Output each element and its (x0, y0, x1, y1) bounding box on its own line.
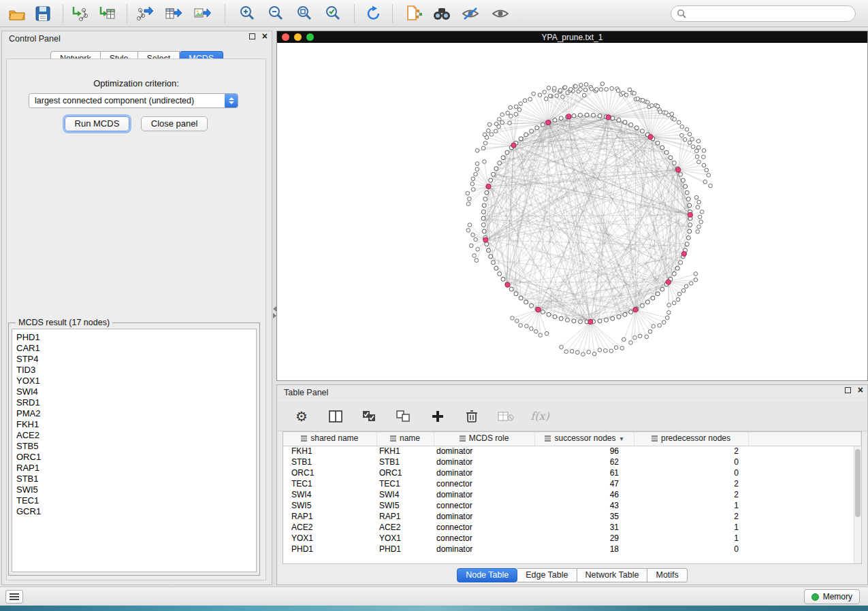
network-view-window: YPA_prune.txt_1 (276, 31, 868, 381)
tab-network-table[interactable]: Network Table (577, 568, 648, 582)
zoom-out-icon (267, 5, 285, 22)
export-table-button[interactable] (162, 3, 185, 24)
table-row[interactable]: SWI5SWI5connector431 (283, 500, 861, 511)
column-header-successor-nodes[interactable]: successor nodes▾ (534, 432, 634, 446)
mcds-result-item[interactable]: SWI4 (16, 386, 256, 397)
search-input[interactable] (690, 9, 850, 18)
delete-column-button[interactable] (462, 407, 481, 426)
mcds-result-item[interactable]: STB1 (16, 474, 256, 484)
tab-node-table[interactable]: Node Table (457, 568, 517, 582)
tab-edge-table[interactable]: Edge Table (517, 568, 577, 582)
tab-motifs[interactable]: Motifs (647, 568, 687, 582)
export-network-button[interactable] (133, 3, 157, 24)
table-row[interactable]: RAP1RAP1dominator352 (283, 511, 861, 522)
table-row[interactable]: ACE2ACE2connector311 (283, 522, 861, 533)
close-panel-button[interactable]: Close panel (141, 116, 208, 131)
table-row[interactable]: FKH1FKH1dominator962 (283, 446, 861, 457)
import-network-icon (71, 5, 89, 22)
mcds-result-item[interactable]: ORC1 (16, 452, 256, 463)
float-table-panel-icon[interactable] (845, 387, 851, 393)
clear-table-button-disabled (496, 407, 515, 426)
zoom-fit-button[interactable] (293, 3, 316, 24)
trash-icon (466, 410, 478, 423)
table-header-row: shared name name MCDS role successor nod… (283, 432, 861, 446)
table-panel-header: Table Panel × (277, 385, 867, 400)
toolbar-separator (354, 4, 355, 23)
refresh-icon (365, 5, 383, 22)
mcds-result-item[interactable]: RAP1 (16, 463, 256, 474)
mcds-result-item[interactable]: STP4 (16, 354, 256, 365)
mcds-result-item[interactable]: CAR1 (16, 343, 256, 354)
table-row[interactable]: SWI4SWI4dominator462 (283, 489, 861, 500)
toolbar-separator (127, 4, 127, 23)
column-header-name[interactable]: name (376, 432, 434, 446)
mcds-result-item[interactable]: ACE2 (16, 430, 256, 441)
search-box[interactable] (671, 5, 856, 22)
column-type-icon (390, 435, 396, 442)
share-document-button[interactable] (402, 3, 425, 24)
zoom-out-button[interactable] (264, 3, 287, 24)
table-scrollbar[interactable] (854, 446, 861, 563)
table-row[interactable]: YOX1YOX1connector291 (283, 533, 861, 544)
select-all-button[interactable] (360, 407, 379, 426)
hide-graphics-button[interactable] (459, 3, 482, 24)
show-columns-button[interactable] (326, 407, 345, 426)
export-image-button[interactable] (191, 3, 214, 24)
export-image-icon (193, 5, 211, 22)
zoom-fit-icon (295, 5, 313, 22)
mcds-result-item[interactable]: TEC1 (16, 495, 256, 506)
table-row[interactable]: STB1STB1dominator620 (283, 457, 861, 467)
mcds-result-item[interactable]: GCR1 (16, 506, 256, 517)
run-mcds-button[interactable]: Run MCDS (65, 116, 130, 131)
panel-toggle-button[interactable] (5, 590, 23, 604)
toolbar-separator (392, 4, 393, 23)
search-network-button[interactable] (430, 3, 453, 24)
columns-icon (329, 410, 342, 423)
import-table-button[interactable] (95, 3, 118, 24)
column-header-filler (748, 432, 861, 446)
mcds-result-item[interactable]: SWI5 (16, 484, 256, 495)
criterion-dropdown[interactable]: largest connected component (undirected) (29, 93, 238, 108)
table-settings-button[interactable]: ⚙ (292, 407, 311, 426)
float-panel-icon[interactable] (249, 33, 255, 39)
mcds-result-item[interactable]: PMA2 (16, 408, 256, 419)
deselect-all-button[interactable] (394, 407, 413, 426)
column-header-shared-name[interactable]: shared name (283, 432, 376, 446)
mcds-result-item[interactable]: YOX1 (16, 376, 256, 386)
dropdown-stepper-icon (225, 94, 238, 108)
table-row[interactable]: PHD1PHD1dominator180 (283, 544, 861, 555)
show-graphics-button[interactable] (489, 3, 512, 24)
list-icon (10, 593, 19, 600)
share-document-icon (404, 5, 422, 22)
binoculars-icon (432, 5, 451, 22)
memory-button[interactable]: Memory (804, 589, 860, 604)
node-table-body: FKH1FKH1dominator962STB1STB1dominator620… (283, 446, 861, 555)
mcds-result-item[interactable]: TID3 (16, 365, 256, 376)
zoom-selected-button[interactable] (321, 3, 344, 24)
mcds-result-list[interactable]: PHD1CAR1STP4TID3YOX1SWI4SRD1PMA2FKH1ACE2… (12, 329, 257, 572)
plus-icon (431, 410, 445, 423)
memory-label: Memory (823, 592, 852, 601)
export-network-icon (136, 5, 154, 22)
status-bar: Memory (0, 587, 868, 606)
mcds-result-item[interactable]: PHD1 (16, 332, 256, 343)
close-table-panel-icon[interactable]: × (858, 387, 863, 393)
table-row[interactable]: ORC1ORC1dominator610 (283, 467, 861, 478)
zoom-in-button[interactable] (236, 3, 259, 24)
import-network-button[interactable] (68, 3, 91, 24)
import-table-icon (98, 5, 116, 22)
mcds-result-item[interactable]: FKH1 (16, 419, 256, 430)
mcds-result-item[interactable]: STB5 (16, 441, 256, 452)
network-canvas[interactable] (277, 43, 867, 380)
mcds-result-item[interactable]: SRD1 (16, 397, 256, 408)
open-session-button[interactable] (5, 3, 29, 24)
save-session-button[interactable] (31, 3, 54, 24)
create-column-button[interactable] (428, 407, 447, 426)
close-panel-icon[interactable]: × (262, 33, 268, 39)
table-scrollbar-thumb[interactable] (855, 449, 861, 517)
column-header-predecessor-nodes[interactable]: predecessor nodes (634, 432, 748, 446)
node-table-container: shared name name MCDS role successor nod… (283, 431, 862, 564)
table-row[interactable]: TEC1TEC1connector472 (283, 478, 861, 489)
refresh-button[interactable] (362, 3, 385, 24)
column-header-mcds-role[interactable]: MCDS role (434, 432, 534, 446)
